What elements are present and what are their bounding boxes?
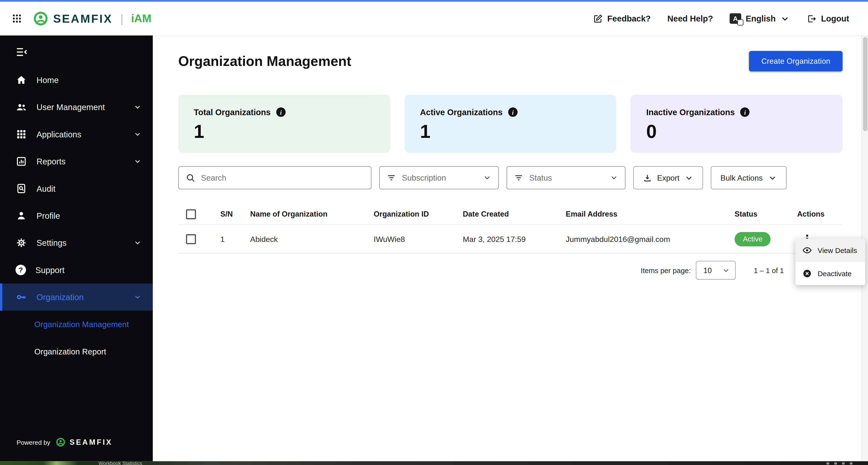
- person-icon: [16, 210, 27, 221]
- sidebar-item-label: Reports: [36, 157, 65, 166]
- column-header-email: Email Address: [566, 210, 735, 218]
- filter-icon: [386, 173, 396, 183]
- gear-icon: [16, 237, 27, 249]
- sidebar-item-label: Profile: [36, 211, 60, 220]
- sidebar-item-audit[interactable]: Audit: [0, 175, 153, 202]
- language-selector[interactable]: A English: [730, 13, 790, 24]
- sidebar-item-label: User Management: [36, 102, 105, 112]
- powered-by-brand: SEAMFIX: [69, 438, 113, 446]
- need-help-link[interactable]: Need Help?: [668, 14, 713, 23]
- status-filter-label: Status: [529, 173, 552, 182]
- sidebar-subitem-label: Organization Management: [34, 320, 129, 329]
- sidebar-item-label: Settings: [36, 238, 66, 247]
- sidebar-item-label: Support: [35, 265, 65, 275]
- sidebar-subitem-organization-management[interactable]: Organization Management: [0, 311, 153, 338]
- search-input[interactable]: [201, 173, 364, 182]
- column-header-date-created: Date Created: [463, 210, 566, 218]
- need-help-label: Need Help?: [668, 14, 713, 23]
- feedback-link[interactable]: Feedback?: [593, 13, 651, 24]
- scrollbar-thumb[interactable]: [863, 37, 867, 131]
- sidebar-item-home[interactable]: Home: [0, 66, 153, 93]
- row-checkbox[interactable]: [186, 234, 196, 244]
- items-per-page-select[interactable]: 10: [696, 261, 736, 280]
- chevron-down-icon: [133, 103, 142, 111]
- chevron-down-icon: [133, 130, 142, 138]
- sidebar-item-label: Home: [36, 75, 59, 85]
- info-icon[interactable]: i: [276, 107, 285, 117]
- filter-toolbar: Subscription Status: [178, 166, 842, 189]
- sidebar-item-profile[interactable]: Profile: [0, 202, 153, 229]
- sidebar-collapse-button[interactable]: [14, 45, 29, 59]
- sidebar-item-support[interactable]: ? Support: [0, 256, 153, 283]
- powered-by-label: Powered by: [17, 439, 50, 445]
- users-icon: [16, 101, 27, 113]
- page-scrollbar[interactable]: [861, 2, 868, 461]
- desktop-background-sliver: Workbook Statistics: [0, 461, 868, 465]
- sidebar-item-settings[interactable]: Settings: [0, 229, 153, 256]
- status-filter-dropdown[interactable]: Status: [506, 166, 625, 189]
- subscription-filter-label: Subscription: [402, 173, 446, 182]
- chevron-down-icon: [685, 173, 694, 183]
- audit-doc-icon: [16, 183, 27, 194]
- column-header-actions: Actions: [797, 210, 842, 218]
- sidebar-item-label: Organization: [36, 292, 84, 302]
- chevron-down-icon: [133, 157, 142, 165]
- stat-label: Inactive Organizations: [646, 107, 735, 117]
- app-launcher-button[interactable]: [8, 9, 27, 28]
- brand-company-name: SEAMFIX: [53, 12, 113, 25]
- chevron-down-icon: [133, 293, 142, 301]
- sidebar-item-applications[interactable]: Applications: [0, 121, 153, 148]
- table-header-row: S/N Name of Organization Organization ID…: [178, 204, 842, 225]
- info-icon[interactable]: i: [508, 107, 518, 117]
- logout-icon: [807, 13, 816, 24]
- bulk-actions-label: Bulk Actions: [720, 173, 763, 182]
- x-circle-icon: [802, 269, 812, 278]
- menu-item-deactivate[interactable]: Deactivate: [796, 262, 865, 285]
- seamfix-logo-icon: [33, 11, 48, 26]
- create-organization-button[interactable]: Create Organization: [749, 51, 843, 71]
- cell-name: Abideck: [250, 235, 374, 243]
- subscription-filter-dropdown[interactable]: Subscription: [379, 166, 499, 189]
- column-header-name: Name of Organization: [250, 210, 374, 218]
- sidebar-item-user-management[interactable]: User Management: [0, 94, 153, 121]
- sidebar-subitem-label: Organization Report: [34, 347, 106, 356]
- stat-label: Total Organizations: [194, 107, 271, 117]
- cell-date-created: Mar 3, 2025 17:59: [463, 235, 566, 243]
- column-header-status: Status: [735, 210, 797, 218]
- sidebar-subitem-organization-report[interactable]: Organization Report: [0, 338, 153, 365]
- stat-cards: Total Organizations i 1 Active Organizat…: [178, 95, 842, 153]
- seamfix-logo-icon: [56, 437, 65, 447]
- cell-org-id: IWuWie8: [374, 235, 463, 243]
- logout-button[interactable]: Logout: [807, 13, 849, 24]
- bulk-actions-button[interactable]: Bulk Actions: [711, 166, 787, 189]
- brand-logo[interactable]: SEAMFIX | iAM: [33, 11, 152, 26]
- sidebar: Home User Management: [0, 35, 153, 461]
- sidebar-item-reports[interactable]: Reports: [0, 148, 153, 175]
- sidebar-item-label: Applications: [36, 130, 81, 139]
- info-icon[interactable]: i: [740, 107, 750, 117]
- column-header-sn: S/N: [220, 210, 250, 218]
- background-window-text: Workbook Statistics: [98, 461, 142, 465]
- sidebar-item-organization[interactable]: Organization: [0, 283, 153, 310]
- cell-sn: 1: [220, 235, 250, 243]
- select-all-checkbox[interactable]: [186, 209, 196, 219]
- apps-squares-icon: [16, 128, 27, 140]
- organizations-table: S/N Name of Organization Organization ID…: [178, 204, 842, 253]
- system-tray-icons: [827, 461, 852, 465]
- search-box: [178, 166, 371, 189]
- feedback-label: Feedback?: [607, 14, 651, 23]
- page-title: Organization Management: [178, 53, 351, 69]
- key-icon: [16, 291, 27, 303]
- export-label: Export: [657, 173, 680, 182]
- language-label: English: [746, 14, 776, 23]
- brand-divider: |: [120, 12, 123, 25]
- chevron-down-icon: [610, 173, 618, 182]
- stat-value: 1: [194, 121, 375, 142]
- table-row: 1 Abideck IWuWie8 Mar 3, 2025 17:59 Jumm…: [178, 225, 842, 253]
- menu-item-view-details[interactable]: View Details: [796, 239, 865, 262]
- app-header: SEAMFIX | iAM Feedback? Need Help?: [0, 2, 868, 35]
- export-button[interactable]: Export: [633, 166, 703, 189]
- main-content: Organization Management Create Organizat…: [153, 35, 862, 461]
- stat-value: 1: [420, 121, 601, 142]
- menu-item-label: View Details: [817, 246, 857, 254]
